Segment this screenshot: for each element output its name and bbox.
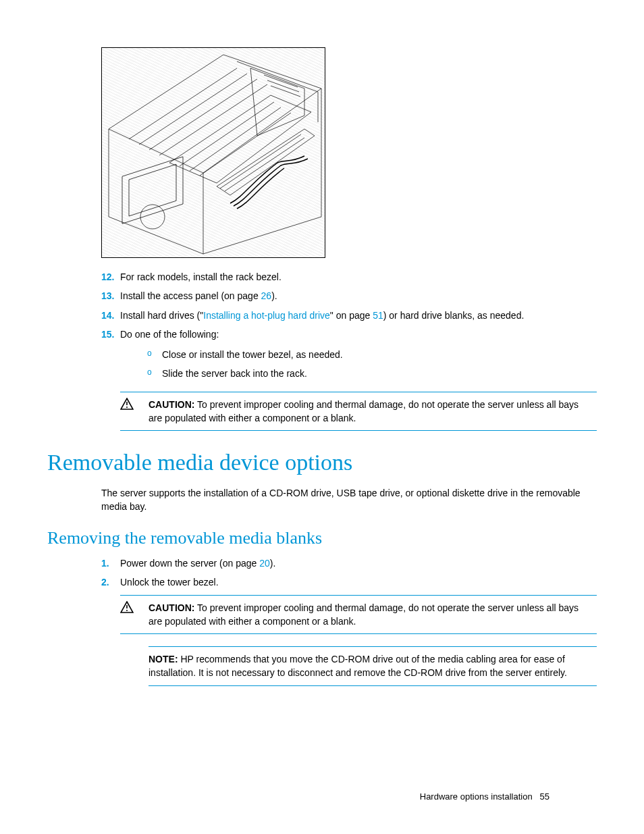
caution-icon — [120, 398, 149, 425]
caution-callout: CAUTION: To prevent improper cooling and… — [120, 392, 597, 432]
server-internals-diagram — [101, 47, 325, 258]
section-heading-h2: Removing the removable media blanks — [47, 525, 597, 551]
bullet-icon: o — [147, 348, 162, 361]
bullet-icon: o — [147, 367, 162, 380]
step-15: 15. Do one of the following: oClose or i… — [101, 328, 597, 386]
caution-label: CAUTION: — [149, 399, 194, 410]
steps-list-b: 1. Power down the server (on page 20). 2… — [101, 556, 597, 590]
step-number: 15. — [101, 328, 120, 386]
section-heading-h1: Removable media device options — [47, 446, 597, 479]
step-12: 12. For rack models, install the rack be… — [101, 270, 597, 284]
step-text: For rack models, install the rack bezel. — [120, 270, 597, 284]
caution-text: To prevent improper cooling and thermal … — [149, 602, 579, 627]
note-callout: NOTE: HP recommends that you move the CD… — [149, 646, 597, 686]
caution-label: CAUTION: — [149, 602, 194, 613]
step-number: 14. — [101, 309, 120, 322]
step-2: 2. Unlock the tower bezel. — [101, 575, 597, 589]
step-number: 12. — [101, 270, 120, 284]
caution-callout: CAUTION: To prevent improper cooling and… — [120, 595, 597, 635]
step-text: Do one of the following: oClose or insta… — [120, 328, 597, 386]
step-13: 13. Install the access panel (on page 26… — [101, 289, 597, 303]
caution-icon — [120, 601, 149, 629]
sub-item: oSlide the server back into the rack. — [147, 367, 597, 380]
steps-list-a: 12. For rack models, install the rack be… — [101, 270, 597, 386]
section-intro-paragraph: The server supports the installation of … — [101, 486, 597, 514]
step-number: 2. — [101, 575, 120, 589]
page-link[interactable]: 26 — [261, 290, 272, 301]
sub-text: Close or install the tower bezel, as nee… — [162, 348, 343, 361]
step-text: Install hard drives ("Installing a hot-p… — [120, 309, 597, 322]
sub-item: oClose or install the tower bezel, as ne… — [147, 348, 597, 361]
page-link[interactable]: 20 — [259, 558, 270, 569]
sub-list: oClose or install the tower bezel, as ne… — [147, 348, 597, 381]
sub-text: Slide the server back into the rack. — [162, 367, 307, 380]
caution-text: To prevent improper cooling and thermal … — [149, 399, 579, 423]
step-text: Install the access panel (on page 26). — [120, 289, 597, 303]
step-text: Unlock the tower bezel. — [120, 575, 597, 589]
footer-page-number: 55 — [540, 791, 549, 802]
callout-body: NOTE: HP recommends that you move the CD… — [149, 652, 594, 680]
callout-body: CAUTION: To prevent improper cooling and… — [149, 601, 594, 629]
step-14: 14. Install hard drives ("Installing a h… — [101, 309, 597, 322]
svg-point-6 — [126, 610, 128, 611]
step-number: 13. — [101, 289, 120, 303]
step-text: Power down the server (on page 20). — [120, 556, 597, 570]
step-number: 1. — [101, 556, 120, 570]
svg-point-4 — [126, 407, 128, 408]
step-1: 1. Power down the server (on page 20). — [101, 556, 597, 570]
note-label: NOTE: — [149, 654, 178, 664]
page-footer: Hardware options installation 55 — [420, 791, 549, 804]
xref-link[interactable]: Installing a hot-plug hard drive — [203, 310, 330, 321]
svg-rect-0 — [122, 157, 183, 224]
footer-section-name: Hardware options installation — [420, 791, 533, 802]
callout-body: CAUTION: To prevent improper cooling and… — [149, 398, 594, 425]
page-link[interactable]: 51 — [373, 310, 383, 321]
note-text: HP recommends that you move the CD-ROM d… — [149, 654, 567, 678]
